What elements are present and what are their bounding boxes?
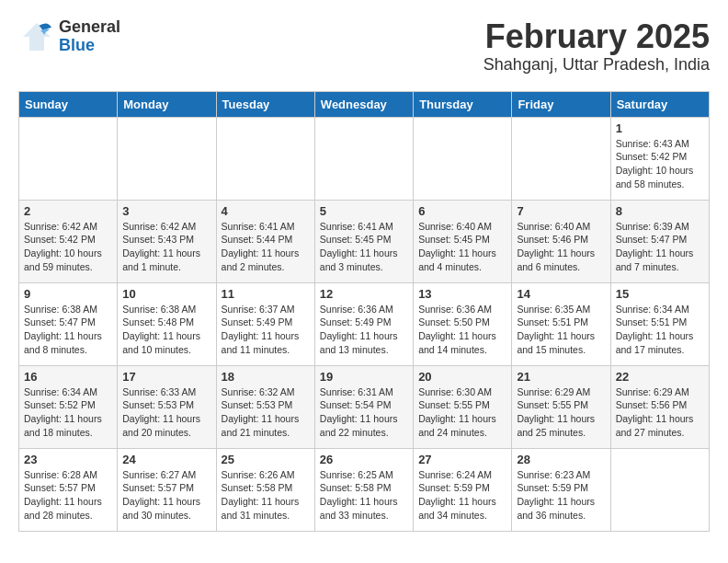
calendar-cell: 4Sunrise: 6:41 AM Sunset: 5:44 PM Daylig… bbox=[216, 200, 314, 282]
calendar-cell: 13Sunrise: 6:36 AM Sunset: 5:50 PM Dayli… bbox=[414, 282, 512, 365]
calendar-cell: 17Sunrise: 6:33 AM Sunset: 5:53 PM Dayli… bbox=[118, 365, 216, 448]
calendar-table: SundayMondayTuesdayWednesdayThursdayFrid… bbox=[18, 91, 710, 532]
day-info: Sunrise: 6:40 AM Sunset: 5:46 PM Dayligh… bbox=[517, 220, 605, 274]
day-info: Sunrise: 6:25 AM Sunset: 5:58 PM Dayligh… bbox=[320, 468, 408, 523]
logo-blue-text: Blue bbox=[59, 37, 120, 55]
day-number: 4 bbox=[222, 204, 310, 218]
calendar-cell: 22Sunrise: 6:29 AM Sunset: 5:56 PM Dayli… bbox=[610, 365, 709, 448]
day-info: Sunrise: 6:39 AM Sunset: 5:47 PM Dayligh… bbox=[616, 220, 704, 274]
month-year-title: February 2025 bbox=[483, 18, 710, 55]
day-info: Sunrise: 6:42 AM Sunset: 5:43 PM Dayligh… bbox=[122, 220, 210, 274]
day-info: Sunrise: 6:41 AM Sunset: 5:45 PM Dayligh… bbox=[320, 220, 408, 274]
calendar-cell: 6Sunrise: 6:40 AM Sunset: 5:45 PM Daylig… bbox=[414, 200, 512, 282]
day-number: 22 bbox=[616, 370, 704, 384]
day-number: 21 bbox=[517, 370, 605, 384]
day-number: 3 bbox=[122, 204, 210, 218]
calendar-cell bbox=[314, 117, 413, 200]
calendar-cell bbox=[512, 117, 610, 200]
calendar-cell: 24Sunrise: 6:27 AM Sunset: 5:57 PM Dayli… bbox=[118, 448, 216, 531]
calendar-cell: 25Sunrise: 6:26 AM Sunset: 5:58 PM Dayli… bbox=[216, 448, 314, 531]
day-number: 1 bbox=[616, 121, 704, 135]
calendar-cell: 1Sunrise: 6:43 AM Sunset: 5:42 PM Daylig… bbox=[610, 117, 709, 200]
col-header-monday: Monday bbox=[118, 91, 216, 117]
day-info: Sunrise: 6:40 AM Sunset: 5:45 PM Dayligh… bbox=[418, 220, 506, 274]
calendar-cell: 20Sunrise: 6:30 AM Sunset: 5:55 PM Dayli… bbox=[414, 365, 512, 448]
col-header-thursday: Thursday bbox=[414, 91, 512, 117]
calendar-cell: 14Sunrise: 6:35 AM Sunset: 5:51 PM Dayli… bbox=[512, 282, 610, 365]
calendar-cell: 28Sunrise: 6:23 AM Sunset: 5:59 PM Dayli… bbox=[512, 448, 610, 531]
calendar-cell: 11Sunrise: 6:37 AM Sunset: 5:49 PM Dayli… bbox=[216, 282, 314, 365]
calendar-cell: 9Sunrise: 6:38 AM Sunset: 5:47 PM Daylig… bbox=[19, 282, 118, 365]
day-number: 28 bbox=[517, 453, 605, 466]
calendar-cell: 16Sunrise: 6:34 AM Sunset: 5:52 PM Dayli… bbox=[19, 365, 118, 448]
day-info: Sunrise: 6:38 AM Sunset: 5:48 PM Dayligh… bbox=[122, 303, 210, 357]
calendar-cell bbox=[610, 448, 709, 531]
day-number: 10 bbox=[122, 287, 210, 301]
day-number: 24 bbox=[122, 453, 210, 466]
day-info: Sunrise: 6:26 AM Sunset: 5:58 PM Dayligh… bbox=[222, 468, 310, 523]
day-info: Sunrise: 6:24 AM Sunset: 5:59 PM Dayligh… bbox=[418, 468, 506, 523]
calendar-cell: 26Sunrise: 6:25 AM Sunset: 5:58 PM Dayli… bbox=[314, 448, 413, 531]
calendar-cell: 8Sunrise: 6:39 AM Sunset: 5:47 PM Daylig… bbox=[610, 200, 709, 282]
calendar-cell: 7Sunrise: 6:40 AM Sunset: 5:46 PM Daylig… bbox=[512, 200, 610, 282]
col-header-tuesday: Tuesday bbox=[216, 91, 314, 117]
day-info: Sunrise: 6:34 AM Sunset: 5:52 PM Dayligh… bbox=[24, 385, 112, 440]
day-info: Sunrise: 6:38 AM Sunset: 5:47 PM Dayligh… bbox=[24, 303, 112, 357]
calendar-cell: 21Sunrise: 6:29 AM Sunset: 5:55 PM Dayli… bbox=[512, 365, 610, 448]
day-info: Sunrise: 6:36 AM Sunset: 5:49 PM Dayligh… bbox=[320, 303, 408, 357]
calendar-header: February 2025 Shahganj, Uttar Pradesh, I… bbox=[483, 18, 710, 75]
day-number: 14 bbox=[517, 287, 605, 301]
day-info: Sunrise: 6:30 AM Sunset: 5:55 PM Dayligh… bbox=[418, 385, 506, 440]
calendar-cell: 18Sunrise: 6:32 AM Sunset: 5:53 PM Dayli… bbox=[216, 365, 314, 448]
col-header-sunday: Sunday bbox=[19, 91, 118, 117]
calendar-cell: 10Sunrise: 6:38 AM Sunset: 5:48 PM Dayli… bbox=[118, 282, 216, 365]
day-number: 19 bbox=[320, 370, 408, 384]
day-info: Sunrise: 6:42 AM Sunset: 5:42 PM Dayligh… bbox=[24, 220, 112, 274]
day-number: 16 bbox=[24, 370, 112, 384]
day-info: Sunrise: 6:35 AM Sunset: 5:51 PM Dayligh… bbox=[517, 303, 605, 357]
calendar-cell: 3Sunrise: 6:42 AM Sunset: 5:43 PM Daylig… bbox=[118, 200, 216, 282]
day-number: 15 bbox=[616, 287, 704, 301]
calendar-cell: 15Sunrise: 6:34 AM Sunset: 5:51 PM Dayli… bbox=[610, 282, 709, 365]
day-number: 25 bbox=[222, 453, 310, 466]
day-info: Sunrise: 6:28 AM Sunset: 5:57 PM Dayligh… bbox=[24, 468, 112, 523]
day-number: 8 bbox=[616, 204, 704, 218]
day-info: Sunrise: 6:32 AM Sunset: 5:53 PM Dayligh… bbox=[222, 385, 310, 440]
calendar-cell: 23Sunrise: 6:28 AM Sunset: 5:57 PM Dayli… bbox=[19, 448, 118, 531]
day-number: 27 bbox=[418, 453, 506, 466]
logo: General Blue bbox=[18, 18, 120, 55]
day-number: 9 bbox=[24, 287, 112, 301]
day-number: 12 bbox=[320, 287, 408, 301]
calendar-cell: 5Sunrise: 6:41 AM Sunset: 5:45 PM Daylig… bbox=[314, 200, 413, 282]
day-info: Sunrise: 6:36 AM Sunset: 5:50 PM Dayligh… bbox=[418, 303, 506, 357]
col-header-friday: Friday bbox=[512, 91, 610, 117]
day-number: 2 bbox=[24, 204, 112, 218]
calendar-cell: 27Sunrise: 6:24 AM Sunset: 5:59 PM Dayli… bbox=[414, 448, 512, 531]
day-number: 6 bbox=[418, 204, 506, 218]
day-number: 13 bbox=[418, 287, 506, 301]
logo-general-text: General bbox=[59, 18, 120, 37]
day-number: 23 bbox=[24, 453, 112, 466]
calendar-cell: 12Sunrise: 6:36 AM Sunset: 5:49 PM Dayli… bbox=[314, 282, 413, 365]
col-header-saturday: Saturday bbox=[610, 91, 709, 117]
day-info: Sunrise: 6:23 AM Sunset: 5:59 PM Dayligh… bbox=[517, 468, 605, 523]
day-info: Sunrise: 6:41 AM Sunset: 5:44 PM Dayligh… bbox=[222, 220, 310, 274]
col-header-wednesday: Wednesday bbox=[314, 91, 413, 117]
day-info: Sunrise: 6:27 AM Sunset: 5:57 PM Dayligh… bbox=[122, 468, 210, 523]
calendar-cell bbox=[414, 117, 512, 200]
day-info: Sunrise: 6:34 AM Sunset: 5:51 PM Dayligh… bbox=[616, 303, 704, 357]
day-number: 11 bbox=[222, 287, 310, 301]
calendar-cell bbox=[19, 117, 118, 200]
calendar-cell bbox=[118, 117, 216, 200]
day-info: Sunrise: 6:37 AM Sunset: 5:49 PM Dayligh… bbox=[222, 303, 310, 357]
day-info: Sunrise: 6:29 AM Sunset: 5:55 PM Dayligh… bbox=[517, 385, 605, 440]
day-info: Sunrise: 6:33 AM Sunset: 5:53 PM Dayligh… bbox=[122, 385, 210, 440]
day-number: 18 bbox=[222, 370, 310, 384]
day-number: 17 bbox=[122, 370, 210, 384]
day-info: Sunrise: 6:29 AM Sunset: 5:56 PM Dayligh… bbox=[616, 385, 704, 440]
location-subtitle: Shahganj, Uttar Pradesh, India bbox=[483, 55, 710, 75]
day-number: 5 bbox=[320, 204, 408, 218]
day-number: 7 bbox=[517, 204, 605, 218]
day-info: Sunrise: 6:31 AM Sunset: 5:54 PM Dayligh… bbox=[320, 385, 408, 440]
day-number: 26 bbox=[320, 453, 408, 466]
